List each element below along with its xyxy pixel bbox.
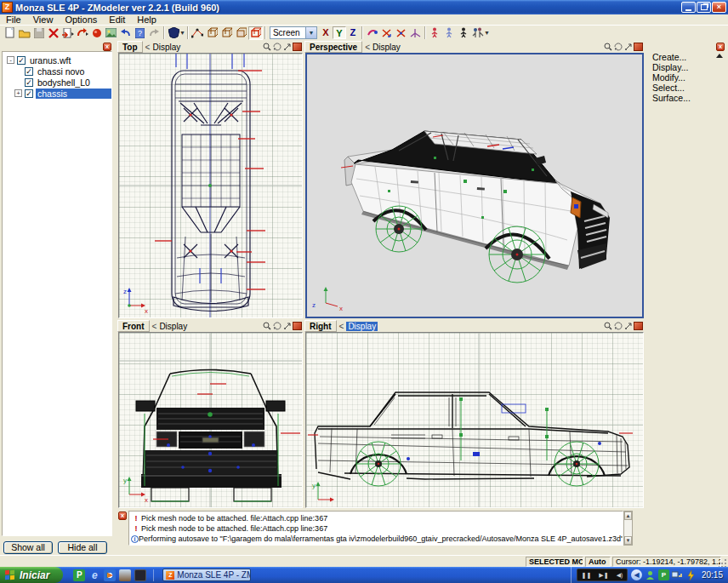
open-folder-icon[interactable] [17, 26, 31, 40]
minimize-button[interactable] [681, 2, 696, 13]
maximize-viewport-button[interactable] [634, 43, 643, 51]
item-checkbox[interactable]: ✓ [25, 67, 33, 76]
maximize-viewport-button[interactable] [293, 322, 302, 330]
undo-icon[interactable] [118, 26, 133, 40]
viewport-front-menu[interactable]: <Display [152, 322, 188, 331]
save-icon[interactable] [31, 26, 46, 40]
pan-view-icon[interactable] [282, 43, 292, 52]
tree-row[interactable]: ✓ chassi novo [3, 66, 111, 77]
restore-button[interactable] [697, 2, 711, 13]
taskbar-window-button[interactable]: Z Monza SLE 4P - ZMod... [162, 569, 251, 581]
show-all-button[interactable]: Show all [3, 541, 53, 554]
viewport-perspective-name-button[interactable]: Perspective [304, 41, 362, 53]
viewport-perspective-canvas[interactable]: z x [305, 53, 644, 318]
start-button[interactable]: Iniciar [0, 567, 63, 583]
image-icon[interactable] [104, 26, 118, 40]
viewport-right-menu[interactable]: <Display [339, 322, 378, 331]
pan-view-icon[interactable] [282, 322, 292, 331]
hide-icons-chevron[interactable]: ◀ [631, 569, 642, 580]
edge-level-icon[interactable] [219, 26, 234, 40]
bones-dropdown-caret[interactable]: ▼ [484, 30, 490, 36]
tree-item-label[interactable]: bodyshell_L0 [36, 77, 92, 88]
pan-view-icon[interactable] [623, 43, 633, 52]
menu-file[interactable]: File [0, 14, 27, 25]
orbit-view-icon[interactable] [272, 43, 282, 52]
tree-row[interactable]: ✓ bodyshell_L0 [3, 77, 111, 88]
tree-panel-close-button[interactable]: x [103, 43, 111, 51]
tree-item-label[interactable]: chassi novo [36, 66, 86, 77]
tree-root-label[interactable]: uranus.wft [28, 55, 72, 66]
rotate-gizmo-icon[interactable] [365, 26, 379, 40]
orbit-view-icon[interactable] [272, 322, 282, 331]
viewport-top-canvas[interactable]: z x [118, 53, 303, 318]
camera-tool-icon[interactable] [134, 569, 146, 581]
scroll-up-button[interactable]: ▲ [624, 512, 632, 520]
maximize-viewport-button[interactable] [634, 322, 643, 330]
vertex-level-icon[interactable] [205, 26, 219, 40]
viewport-perspective-menu[interactable]: <Display [365, 43, 401, 52]
quicklaunch-green-app-icon[interactable]: P [73, 569, 85, 581]
volume-icon[interactable]: ◀) [617, 572, 623, 579]
viewport-top-menu[interactable]: <Display [145, 43, 181, 52]
media-player-icon[interactable]: ▶ [104, 569, 116, 581]
bone-red-icon[interactable] [428, 26, 442, 40]
menu-help[interactable]: Help [131, 14, 162, 25]
axis-z-button[interactable]: Z [346, 26, 360, 39]
skeleton-icon[interactable] [457, 26, 471, 40]
next-track-icon[interactable]: ▶❚ [599, 572, 608, 579]
help-icon[interactable]: ? [133, 26, 147, 40]
zoom-icon[interactable] [262, 322, 271, 331]
side-menu-modify[interactable]: Modify... [645, 72, 728, 83]
bone-blue-icon[interactable] [442, 26, 457, 40]
internet-explorer-icon[interactable]: e [88, 569, 100, 581]
tree-row-root[interactable]: - ✓ uranus.wft [3, 54, 111, 66]
delete-icon[interactable] [46, 26, 60, 40]
menu-edit[interactable]: Edit [103, 14, 131, 25]
vertices-mode-icon[interactable] [191, 26, 205, 40]
tree-row-selected[interactable]: + ✓ chassis [3, 88, 111, 99]
log-scrollbar[interactable]: ▲ ▼ [623, 511, 633, 546]
pan-view-icon[interactable] [623, 322, 633, 331]
peerguardian-tray-icon[interactable]: P [658, 569, 669, 580]
maximize-viewport-button[interactable] [293, 43, 302, 51]
pause-icon[interactable]: ❚❚ [582, 572, 592, 579]
orbit-view-icon[interactable] [613, 43, 623, 52]
side-panel-close-button[interactable]: x [716, 43, 725, 51]
media-toolbar[interactable]: ❚❚ ▶❚ ◀) [577, 569, 628, 581]
orbit-view-icon[interactable] [613, 322, 623, 331]
collapse-icon[interactable]: - [7, 56, 14, 64]
screen-mode-select[interactable]: Screen ▼ [270, 26, 317, 39]
expand-icon[interactable]: + [14, 89, 22, 97]
photo-viewer-icon[interactable] [119, 569, 131, 581]
axis-y-button[interactable]: Y [333, 26, 346, 39]
constraint-gizmo-icon[interactable] [408, 26, 423, 40]
tree-item-label[interactable]: chassis [36, 89, 111, 99]
object-level-icon[interactable] [248, 26, 263, 40]
side-menu-surface[interactable]: Surface... [645, 93, 728, 103]
side-menu-display[interactable]: Display... [645, 62, 728, 72]
hide-all-button[interactable]: Hide all [58, 541, 107, 554]
new-file-icon[interactable] [3, 26, 17, 40]
scroll-up-icon[interactable] [716, 54, 723, 58]
viewport-top-name-button[interactable]: Top [117, 41, 143, 53]
import-icon[interactable] [60, 26, 75, 40]
zoom-icon[interactable] [603, 322, 612, 331]
zoom-icon[interactable] [603, 43, 612, 52]
messenger-tray-icon[interactable] [645, 569, 656, 580]
viewport-right-canvas[interactable]: y [305, 332, 644, 508]
viewport-front-name-button[interactable]: Front [117, 320, 150, 332]
viewport-front-canvas[interactable]: y x [118, 332, 303, 508]
resize-grip[interactable] [719, 558, 727, 567]
log-panel-close-button[interactable]: x [118, 512, 127, 520]
move-gizmo-icon[interactable] [379, 26, 394, 40]
redo-icon[interactable] [147, 26, 162, 40]
close-button[interactable]: × [712, 2, 726, 13]
side-menu-select[interactable]: Select... [645, 83, 728, 93]
winamp-tray-icon[interactable] [685, 569, 697, 580]
menu-view[interactable]: View [27, 14, 60, 25]
root-checkbox[interactable]: ✓ [17, 56, 26, 65]
render-icon[interactable] [89, 26, 104, 40]
axis-x-button[interactable]: X [319, 26, 333, 39]
export-icon[interactable] [75, 26, 89, 40]
network-tray-icon[interactable] [672, 569, 683, 580]
